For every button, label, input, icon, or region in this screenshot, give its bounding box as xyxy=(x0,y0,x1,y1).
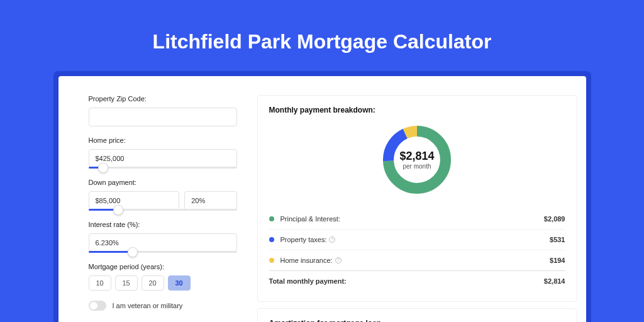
legend-label: Property taxes:? xyxy=(280,236,550,243)
interest-rate-field: Interest rate (%): xyxy=(89,221,237,253)
legend-value: $531 xyxy=(550,236,565,243)
amortization-panel: Amortization for mortgage loan Amortizat… xyxy=(257,308,577,322)
down-payment-field: Down payment: xyxy=(89,179,237,211)
legend-row: Principal & Interest:$2,089 xyxy=(269,209,565,229)
veteran-toggle[interactable] xyxy=(89,301,106,311)
amortization-title: Amortization for mortgage loan xyxy=(269,319,565,322)
down-payment-pct-input[interactable] xyxy=(184,191,236,210)
legend-row: Home insurance:?$194 xyxy=(269,250,565,270)
period-field: Mortgage period (years): 10152030 xyxy=(89,263,237,291)
home-price-slider[interactable] xyxy=(89,167,237,169)
legend-label: Principal & Interest: xyxy=(280,215,544,223)
donut-chart: $2,814 per month xyxy=(269,117,565,205)
legend-dot xyxy=(269,258,274,263)
card-wrapper: Property Zip Code: Home price: Down paym… xyxy=(53,71,591,322)
total-label: Total monthly payment: xyxy=(269,277,544,285)
legend-value: $194 xyxy=(550,257,565,264)
form-column: Property Zip Code: Home price: Down paym… xyxy=(58,76,252,322)
home-price-input[interactable] xyxy=(89,149,237,168)
veteran-label: I am veteran or military xyxy=(113,302,183,309)
period-30[interactable]: 30 xyxy=(168,275,191,291)
home-price-field: Home price: xyxy=(89,136,237,169)
interest-rate-label: Interest rate (%): xyxy=(89,221,237,228)
legend-total-row: Total monthly payment:$2,814 xyxy=(269,270,565,291)
donut-amount: $2,814 xyxy=(399,150,434,163)
legend-label: Home insurance:? xyxy=(280,257,550,264)
breakdown-panel: Monthly payment breakdown: $2,814 per mo… xyxy=(257,95,577,302)
page-title: Litchfield Park Mortgage Calculator xyxy=(0,0,644,71)
period-10[interactable]: 10 xyxy=(89,275,111,291)
down-payment-slider[interactable] xyxy=(89,209,237,211)
results-column: Monthly payment breakdown: $2,814 per mo… xyxy=(252,76,586,322)
donut-subtext: per month xyxy=(402,163,431,170)
total-value: $2,814 xyxy=(544,277,565,285)
legend-row: Property taxes:?$531 xyxy=(269,229,565,250)
home-price-label: Home price: xyxy=(89,136,237,144)
breakdown-legend: Principal & Interest:$2,089Property taxe… xyxy=(269,209,565,291)
zip-field: Property Zip Code: xyxy=(89,95,237,126)
period-20[interactable]: 20 xyxy=(142,275,164,291)
calculator-card: Property Zip Code: Home price: Down paym… xyxy=(58,76,586,322)
zip-label: Property Zip Code: xyxy=(89,95,237,103)
zip-input[interactable] xyxy=(89,108,237,126)
interest-rate-slider[interactable] xyxy=(89,251,237,253)
period-15[interactable]: 15 xyxy=(115,275,138,291)
legend-dot xyxy=(269,237,274,242)
legend-value: $2,089 xyxy=(544,215,565,223)
down-payment-label: Down payment: xyxy=(89,179,237,186)
info-icon[interactable]: ? xyxy=(329,236,335,243)
breakdown-title: Monthly payment breakdown: xyxy=(269,106,565,114)
interest-rate-input[interactable] xyxy=(89,233,237,252)
info-icon[interactable]: ? xyxy=(335,257,341,264)
period-label: Mortgage period (years): xyxy=(89,263,237,270)
down-payment-amount-input[interactable] xyxy=(89,191,180,210)
legend-dot xyxy=(269,216,274,221)
veteran-row: I am veteran or military xyxy=(89,301,237,311)
